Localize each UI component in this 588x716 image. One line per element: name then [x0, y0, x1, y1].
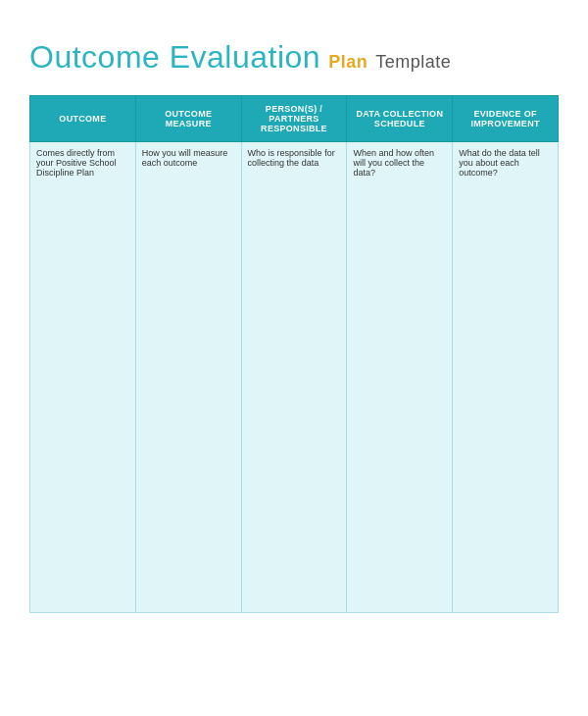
- cell-evidence-hint: What do the data tell you about each out…: [453, 142, 559, 613]
- col-header-outcome: Outcome: [30, 96, 136, 142]
- cell-persons-hint: Who is responsible for collecting the da…: [241, 142, 347, 613]
- title-sub: Plan: [328, 52, 368, 73]
- cell-outcome-hint: Comes directly from your Positive School…: [30, 142, 136, 613]
- col-header-persons: Person(s) / Partners Responsible: [241, 96, 347, 142]
- cell-measure-hint: How you will measure each outcome: [135, 142, 241, 613]
- evaluation-table: Outcome Outcome Measure Person(s) / Part…: [29, 95, 559, 613]
- cell-schedule-hint: When and how often will you collect the …: [347, 142, 453, 613]
- page-title: Outcome Evaluation Plan Template: [29, 39, 559, 76]
- title-template: Template: [375, 52, 451, 73]
- col-header-measure: Outcome Measure: [135, 96, 241, 142]
- col-header-evidence: Evidence of Improvement: [453, 96, 559, 142]
- title-main: Outcome Evaluation: [29, 39, 320, 76]
- col-header-schedule: Data Collection Schedule: [347, 96, 453, 142]
